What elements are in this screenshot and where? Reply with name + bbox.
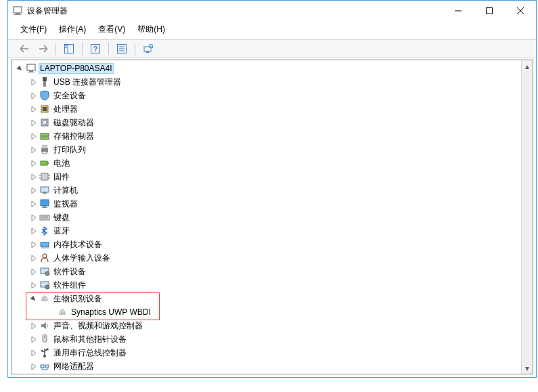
svg-rect-39 — [41, 173, 48, 180]
expand-toggle[interactable] — [28, 347, 39, 358]
expand-toggle[interactable] — [28, 239, 39, 250]
device-tree[interactable]: LAPTOP-P80ASA4IUSB 连接器管理器安全设备处理器磁盘驱动器存储控… — [12, 60, 521, 374]
tree-category-cpu[interactable]: 处理器 — [12, 102, 521, 116]
expand-toggle[interactable] — [28, 90, 39, 101]
tree-category-firmware[interactable]: 固件 — [12, 170, 521, 183]
svg-point-57 — [43, 254, 47, 258]
usb-icon — [39, 77, 50, 87]
tree-category-computer[interactable]: 计算机 — [12, 183, 521, 197]
svg-rect-4 — [487, 8, 493, 14]
menu-help[interactable]: 帮助(H) — [135, 22, 168, 37]
tree-category-label: 电池 — [52, 158, 71, 169]
monitor-icon — [39, 198, 50, 209]
expand-toggle[interactable] — [28, 280, 39, 290]
expand-toggle[interactable] — [28, 212, 39, 223]
tree-category-label: 软件组件 — [52, 280, 87, 291]
tree-category-battery[interactable]: 电池 — [12, 156, 521, 170]
svg-rect-20 — [146, 51, 149, 53]
network-icon — [39, 361, 50, 372]
expand-toggle[interactable] — [28, 225, 39, 236]
scroll-down-arrow[interactable]: ▾ — [522, 362, 533, 374]
expand-toggle[interactable] — [28, 171, 39, 182]
help-button[interactable]: ? — [88, 41, 103, 56]
svg-rect-45 — [43, 192, 47, 194]
tree-category-security[interactable]: 安全设备 — [12, 89, 521, 102]
expand-toggle[interactable] — [28, 77, 39, 87]
expand-toggle[interactable] — [28, 266, 39, 277]
expand-toggle[interactable] — [28, 334, 39, 345]
expand-toggle[interactable] — [28, 293, 39, 304]
hid-icon — [39, 253, 50, 263]
close-button[interactable] — [505, 1, 536, 21]
expand-toggle[interactable] — [28, 198, 39, 209]
computer-root-icon — [26, 63, 37, 74]
minimize-button[interactable] — [443, 1, 474, 21]
svg-rect-52 — [41, 242, 49, 246]
menu-view[interactable]: 查看(V) — [95, 22, 128, 37]
tree-category-bluetooth[interactable]: 蓝牙 — [12, 224, 521, 238]
software-icon — [39, 280, 50, 290]
svg-rect-33 — [41, 137, 49, 139]
expand-toggle[interactable] — [28, 144, 39, 155]
storage-icon — [39, 131, 50, 141]
svg-rect-0 — [14, 7, 22, 13]
tree-category-memtech[interactable]: 内存技术设备 — [12, 238, 521, 251]
tree-category-mouse[interactable]: 鼠标和其他指针设备 — [12, 332, 521, 346]
menubar: 文件(F) 操作(A) 查看(V) 帮助(H) — [8, 21, 536, 39]
tree-category-label: 生物识别设备 — [52, 293, 104, 305]
tree-category-softcomp[interactable]: 软件组件 — [12, 278, 521, 292]
expand-toggle[interactable] — [28, 361, 39, 372]
svg-rect-38 — [47, 162, 49, 164]
tree-root[interactable]: LAPTOP-P80ASA4I — [12, 62, 521, 75]
maximize-button[interactable] — [474, 1, 505, 21]
tree-category-disk[interactable]: 磁盘驱动器 — [12, 116, 521, 129]
titlebar: 设备管理器 — [8, 1, 536, 21]
tree-category-biometric[interactable]: 生物识别设备 — [12, 292, 521, 305]
tree-category-print[interactable]: 打印队列 — [12, 143, 521, 156]
menu-action[interactable]: 操作(A) — [56, 22, 89, 37]
expand-toggle[interactable] — [28, 320, 39, 331]
expand-toggle[interactable] — [28, 131, 39, 141]
fingerprint-icon — [57, 307, 68, 318]
tree-category-hid[interactable]: 人体学输入设备 — [12, 251, 521, 265]
tree-category-label: 计算机 — [52, 185, 79, 196]
tree-category-label: 固件 — [52, 171, 71, 183]
expand-toggle[interactable] — [28, 117, 39, 128]
tree-category-usb[interactable]: USB 连接器管理器 — [12, 75, 521, 89]
back-button[interactable] — [18, 41, 32, 56]
svg-rect-12 — [65, 47, 67, 48]
svg-rect-37 — [41, 161, 47, 165]
expand-toggle[interactable] — [28, 185, 39, 196]
expand-toggle[interactable] — [28, 158, 39, 169]
tree-category-label: 鼠标和其他指针设备 — [52, 334, 128, 345]
expand-toggle[interactable] — [28, 253, 39, 263]
scan-hardware-button[interactable] — [141, 41, 156, 56]
svg-rect-48 — [42, 207, 47, 208]
properties-button[interactable] — [114, 41, 129, 56]
vertical-scrollbar[interactable]: ▴ ▾ — [521, 60, 533, 374]
svg-rect-36 — [43, 152, 47, 154]
tree-category-label: 声音、视频和游戏控制器 — [52, 320, 144, 332]
svg-rect-44 — [41, 187, 49, 192]
svg-rect-11 — [65, 45, 67, 46]
tree-category-storage[interactable]: 存储控制器 — [12, 129, 521, 143]
expand-toggle[interactable] — [28, 104, 39, 114]
show-hide-tree-button[interactable] — [62, 41, 76, 56]
svg-rect-25 — [28, 72, 35, 72]
tree-device-wbdi[interactable]: Synaptics UWP WBDI — [12, 305, 521, 319]
svg-rect-68 — [45, 365, 49, 368]
tree-category-monitor[interactable]: 监视器 — [12, 197, 521, 211]
keyboard-icon — [39, 212, 50, 223]
menu-file[interactable]: 文件(F) — [18, 22, 49, 37]
tree-category-netadapter[interactable]: 网络适配器 — [12, 360, 521, 373]
forward-button[interactable] — [35, 41, 50, 56]
device-manager-window: 设备管理器 文件(F) 操作(A) 查看(V) 帮助(H) ? LAPTOP-P… — [7, 0, 537, 378]
expand-toggle[interactable] — [14, 63, 25, 74]
tree-category-usbctrl[interactable]: 通用串行总线控制器 — [12, 346, 521, 360]
tree-category-label: 打印队列 — [52, 144, 87, 156]
scroll-up-arrow[interactable]: ▴ — [522, 60, 533, 72]
tree-category-audio[interactable]: 声音、视频和游戏控制器 — [12, 319, 521, 332]
tree-category-softdev[interactable]: 软件设备 — [12, 265, 521, 278]
svg-rect-23 — [27, 64, 35, 70]
tree-category-keyboard[interactable]: 键盘 — [12, 211, 521, 224]
